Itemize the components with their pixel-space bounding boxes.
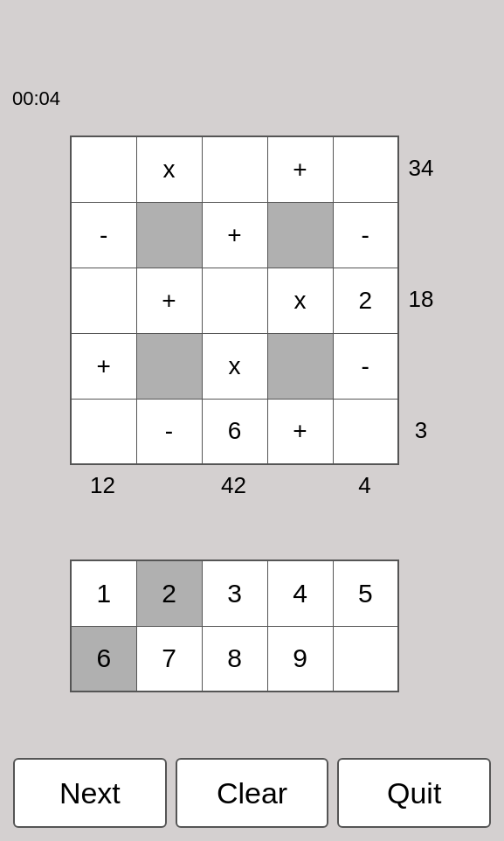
grid-cell-3-3[interactable] (267, 333, 333, 399)
row-label-0: 34 (399, 136, 443, 201)
grid-cell-2-4[interactable]: 2 (333, 268, 398, 333)
grid-cell-4-2[interactable]: 6 (202, 399, 267, 464)
grid-cell-1-4[interactable]: - (333, 202, 398, 268)
grid-cell-0-2[interactable] (202, 136, 267, 202)
grid-cell-3-0[interactable]: + (71, 333, 136, 399)
col-label-4: 4 (332, 470, 397, 501)
quit-button[interactable]: Quit (337, 758, 491, 828)
grid-cell-2-3[interactable]: x (267, 268, 333, 333)
grid-cell-2-1[interactable]: + (136, 268, 202, 333)
number-pad: 123456789 (70, 560, 399, 692)
grid-cell-3-2[interactable]: x (202, 333, 267, 399)
row-label-4: 3 (399, 398, 443, 463)
numpad-cell-0-1[interactable]: 2 (136, 560, 202, 626)
numpad-cell-0-0[interactable]: 1 (71, 560, 136, 626)
row-labels: 34183 (399, 136, 443, 463)
numpad-cell-1-3[interactable]: 9 (267, 626, 333, 692)
grid-cell-1-2[interactable]: + (202, 202, 267, 268)
grid-cell-4-4[interactable] (333, 399, 398, 464)
next-button[interactable]: Next (13, 758, 167, 828)
grid-cell-1-1[interactable] (136, 202, 202, 268)
numpad-cell-1-1[interactable]: 7 (136, 626, 202, 692)
puzzle-area: x+-+-+x2+x--6+ 34183 12424 (70, 136, 399, 501)
grid-cell-4-3[interactable]: + (267, 399, 333, 464)
grid-cell-2-2[interactable] (202, 268, 267, 333)
numpad-cell-1-0[interactable]: 6 (71, 626, 136, 692)
numpad-grid[interactable]: 123456789 (70, 560, 399, 692)
grid-cell-3-4[interactable]: - (333, 333, 398, 399)
grid-cell-1-3[interactable] (267, 202, 333, 268)
numpad-cell-0-3[interactable]: 4 (267, 560, 333, 626)
grid-cell-1-0[interactable]: - (71, 202, 136, 268)
numpad-cell-1-2[interactable]: 8 (202, 626, 267, 692)
grid-cell-0-1[interactable]: x (136, 136, 202, 202)
numpad-cell-1-4 (333, 626, 398, 692)
action-buttons: Next Clear Quit (13, 758, 491, 828)
col-labels: 12424 (70, 470, 399, 501)
grid-cell-0-4[interactable] (333, 136, 398, 202)
col-label-2: 42 (201, 470, 266, 501)
numpad-cell-0-2[interactable]: 3 (202, 560, 267, 626)
grid-cell-4-1[interactable]: - (136, 399, 202, 464)
grid-cell-2-0[interactable] (71, 268, 136, 333)
grid-cell-4-0[interactable] (71, 399, 136, 464)
row-label-2: 18 (399, 267, 443, 332)
clear-button[interactable]: Clear (176, 758, 329, 828)
grid-cell-3-1[interactable] (136, 333, 202, 399)
timer-display: 00:04 (12, 87, 60, 110)
numpad-cell-0-4[interactable]: 5 (333, 560, 398, 626)
grid-container: x+-+-+x2+x--6+ 34183 12424 (70, 136, 399, 501)
grid-cell-0-0[interactable] (71, 136, 136, 202)
puzzle-grid[interactable]: x+-+-+x2+x--6+ (70, 136, 399, 465)
col-label-0: 12 (70, 470, 135, 501)
grid-cell-0-3[interactable]: + (267, 136, 333, 202)
